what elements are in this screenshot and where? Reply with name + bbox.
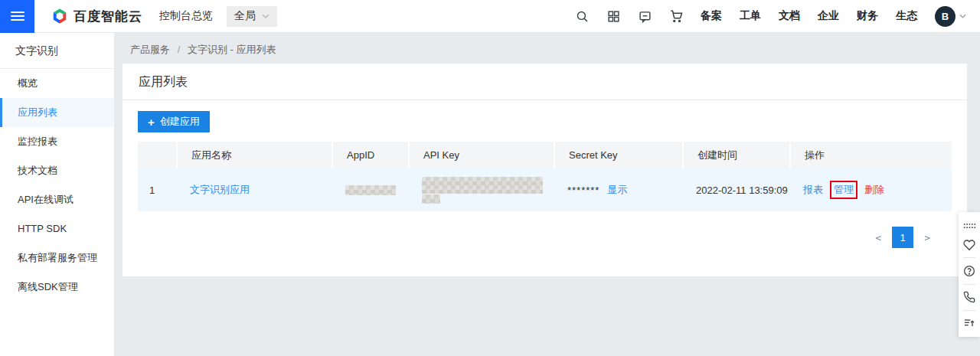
nav-link-caiwu[interactable]: 财务 xyxy=(857,9,878,23)
message-icon[interactable] xyxy=(638,9,652,23)
manage-action-link[interactable]: 管理 xyxy=(834,184,854,195)
region-selector[interactable]: 全局 xyxy=(227,6,277,27)
top-bar: 百度智能云 控制台总览 全局 xyxy=(0,0,980,33)
brand-logo[interactable]: 百度智能云 xyxy=(51,8,142,25)
app-name-link[interactable]: 文字识别应用 xyxy=(190,184,250,195)
create-app-button[interactable]: + 创建应用 xyxy=(138,111,210,132)
sidebar-item-tech-docs[interactable]: 技术文档 xyxy=(0,156,114,185)
toolbar-divider xyxy=(963,310,975,311)
console-overview-link[interactable]: 控制台总览 xyxy=(159,9,213,23)
header-created-at: 创建时间 xyxy=(682,142,789,168)
floating-toolbar xyxy=(959,212,980,337)
next-page-button[interactable]: > xyxy=(924,232,930,243)
nav-link-shengtai[interactable]: 生态 xyxy=(896,9,917,23)
avatar[interactable]: B xyxy=(935,6,956,27)
sidebar-item-overview[interactable]: 概览 xyxy=(0,69,114,98)
header-secret-key: Secret Key xyxy=(554,142,682,168)
chevron-down-icon xyxy=(959,14,966,18)
drag-handle-dots-icon[interactable] xyxy=(963,219,976,232)
header-app-name: 应用名称 xyxy=(176,142,332,168)
api-key-redacted-block-line2 xyxy=(422,194,440,204)
current-page-button[interactable]: 1 xyxy=(892,227,913,248)
topbar-right: 备案 工单 文档 企业 财务 生态 B xyxy=(575,6,980,27)
phone-contact-icon[interactable] xyxy=(963,291,976,304)
baidu-cloud-logo-icon xyxy=(51,8,68,24)
sidebar-item-app-list[interactable]: 应用列表 xyxy=(0,98,114,127)
sidebar-item-offline-sdk[interactable]: 离线SDK管理 xyxy=(0,273,114,302)
annotation-highlight-box: 管理 xyxy=(830,181,858,199)
apps-grid-icon[interactable] xyxy=(606,9,620,23)
chevron-down-icon xyxy=(262,14,270,18)
prev-page-button[interactable]: < xyxy=(875,232,881,243)
hamburger-menu-button[interactable] xyxy=(0,0,34,33)
table-header-row: 应用名称 AppID API Key Secret Key 创建时间 操作 xyxy=(138,142,952,168)
nav-link-beian[interactable]: 备案 xyxy=(701,9,722,23)
nav-link-wendang[interactable]: 文档 xyxy=(779,9,800,23)
show-secret-link[interactable]: 显示 xyxy=(607,183,627,197)
header-appid: AppID xyxy=(332,142,408,168)
row-index: 1 xyxy=(138,185,176,196)
sidebar-item-http-sdk[interactable]: HTTP SDK xyxy=(0,214,114,243)
sidebar-item-monitor-report[interactable]: 监控报表 xyxy=(0,127,114,156)
search-icon[interactable] xyxy=(575,9,589,23)
delete-action-link[interactable]: 删除 xyxy=(864,183,884,197)
create-app-button-label: 创建应用 xyxy=(160,115,200,129)
sidebar-item-api-debug[interactable]: API在线调试 xyxy=(0,185,114,214)
breadcrumb-product-services[interactable]: 产品服务 xyxy=(130,44,170,55)
favorite-heart-icon[interactable] xyxy=(963,238,976,251)
brand-name: 百度智能云 xyxy=(74,8,142,25)
sidebar-title: 文字识别 xyxy=(0,33,114,68)
help-question-icon[interactable] xyxy=(963,264,976,277)
breadcrumb-current-page: 文字识别 - 应用列表 xyxy=(188,44,276,55)
main-content: 产品服务 / 文字识别 - 应用列表 应用列表 + 创建应用 应用名称 AppI… xyxy=(114,33,980,356)
card-title: 应用列表 xyxy=(122,64,967,100)
header-actions: 操作 xyxy=(789,142,952,168)
breadcrumb-separator: / xyxy=(178,44,181,55)
header-api-key: API Key xyxy=(408,142,554,168)
nav-link-qiye[interactable]: 企业 xyxy=(818,9,839,23)
region-selector-value: 全局 xyxy=(234,9,256,23)
report-action-link[interactable]: 报表 xyxy=(803,183,823,197)
toolbar-divider xyxy=(963,257,975,258)
app-list-card: 应用列表 + 创建应用 应用名称 AppID API Key Secret Ke… xyxy=(122,64,967,276)
toolbar-divider xyxy=(963,284,975,285)
feedback-list-icon[interactable] xyxy=(963,317,976,330)
cart-icon[interactable] xyxy=(669,9,683,23)
breadcrumb: 产品服务 / 文字识别 - 应用列表 xyxy=(114,33,980,57)
sidebar: 文字识别 概览 应用列表 监控报表 技术文档 API在线调试 HTTP SDK … xyxy=(0,33,114,356)
created-at-value: 2022-02-11 13:59:09 xyxy=(682,185,789,196)
plus-icon: + xyxy=(148,116,155,128)
nav-link-gongdan[interactable]: 工单 xyxy=(740,9,761,23)
hamburger-icon xyxy=(11,11,24,21)
table-row: 1 文字识别应用 ******* 显示 2022-02 xyxy=(138,168,952,211)
app-table: 应用名称 AppID API Key Secret Key 创建时间 操作 1 … xyxy=(138,142,952,211)
secret-key-mask: ******* xyxy=(567,185,599,196)
appid-redacted-block xyxy=(345,185,396,195)
sidebar-item-private-deploy[interactable]: 私有部署服务管理 xyxy=(0,243,114,273)
user-menu[interactable]: B xyxy=(935,6,966,27)
pagination: < 1 > xyxy=(138,227,952,248)
api-key-redacted-block xyxy=(422,177,543,194)
